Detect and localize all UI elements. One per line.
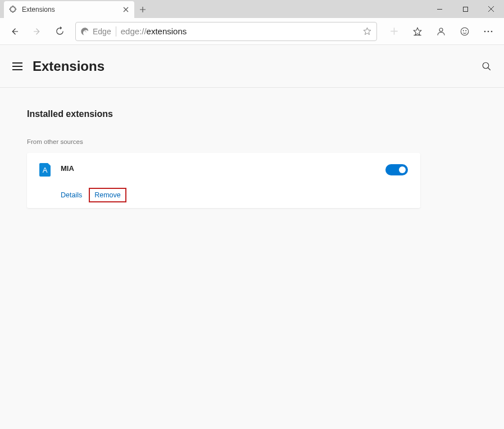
page-content: Extensions Installed extensions From oth… xyxy=(0,45,504,429)
hamburger-menu-icon[interactable] xyxy=(12,60,26,73)
back-button[interactable] xyxy=(4,21,25,42)
svg-point-2 xyxy=(461,28,469,35)
favorite-star-icon[interactable] xyxy=(362,26,372,36)
edge-icon xyxy=(80,27,89,36)
details-link[interactable]: Details xyxy=(61,191,82,199)
page-title: Extensions xyxy=(33,58,105,74)
close-tab-icon[interactable] xyxy=(122,6,130,13)
more-menu-icon[interactable] xyxy=(477,21,500,42)
page-body: Installed extensions From other sources … xyxy=(0,88,504,229)
svg-point-7 xyxy=(491,30,493,32)
window-controls xyxy=(426,0,504,18)
extension-puzzle-icon xyxy=(8,5,17,14)
forward-button[interactable] xyxy=(27,21,47,42)
titlebar: Extensions xyxy=(0,0,504,18)
refresh-button[interactable] xyxy=(49,21,70,42)
site-identity-label: Edge xyxy=(93,27,111,36)
search-icon[interactable] xyxy=(482,61,492,71)
extension-row: A MIA xyxy=(39,163,408,177)
url-text: edge://extensions xyxy=(121,26,358,36)
svg-point-6 xyxy=(488,30,489,32)
svg-point-3 xyxy=(463,30,464,31)
url-path: extensions xyxy=(147,26,187,36)
svg-point-1 xyxy=(439,28,443,31)
remove-link[interactable]: Remove xyxy=(89,188,126,202)
favorites-icon[interactable] xyxy=(406,21,429,42)
svg-point-8 xyxy=(483,62,489,69)
section-title: Installed extensions xyxy=(27,109,477,119)
page-header: Extensions xyxy=(0,45,504,88)
maximize-button[interactable] xyxy=(452,0,478,18)
svg-rect-0 xyxy=(463,7,467,11)
extension-toggle[interactable] xyxy=(385,164,408,175)
extension-name: MIA xyxy=(61,163,375,173)
extension-actions: Details Remove xyxy=(61,191,408,199)
url-scheme: edge:// xyxy=(121,26,147,36)
browser-tab[interactable]: Extensions xyxy=(4,1,134,18)
divider xyxy=(116,26,116,37)
minimize-button[interactable] xyxy=(426,0,452,18)
toolbar-right xyxy=(383,21,500,42)
extension-card: A MIA Details Remove xyxy=(27,153,420,208)
address-bar[interactable]: Edge edge://extensions xyxy=(75,22,377,41)
svg-point-5 xyxy=(484,30,486,32)
add-extension-icon[interactable] xyxy=(383,21,405,42)
profile-icon[interactable] xyxy=(430,21,452,42)
site-identity: Edge xyxy=(80,27,111,36)
close-window-button[interactable] xyxy=(478,0,504,18)
emoji-icon[interactable] xyxy=(453,21,476,42)
source-label: From other sources xyxy=(27,138,477,145)
tab-title: Extensions xyxy=(22,6,117,13)
toolbar: Edge edge://extensions xyxy=(0,18,504,45)
extension-app-icon: A xyxy=(39,163,51,177)
new-tab-button[interactable] xyxy=(134,1,151,18)
svg-point-4 xyxy=(466,30,466,31)
